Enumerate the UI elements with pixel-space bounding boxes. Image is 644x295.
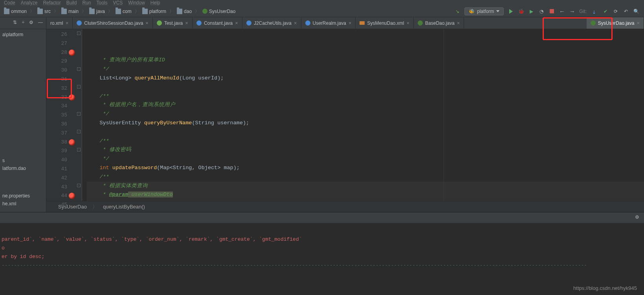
chevron-down-icon — [496, 10, 499, 12]
breadcrumb-seg[interactable]: java — [88, 9, 106, 14]
git-label: Git: — [579, 9, 587, 14]
xml-icon — [360, 21, 365, 25]
class-icon — [77, 20, 82, 26]
fold-column[interactable]: - - - - - - - — [76, 29, 82, 201]
file-tab-active[interactable]: SysUserDao.java× — [587, 17, 644, 29]
breadcrumb-seg[interactable]: platform — [141, 9, 168, 14]
interface-icon — [418, 20, 423, 26]
breadcrumb-seg[interactable]: main — [60, 9, 80, 14]
project-toolwindow[interactable]: ⇅ ÷ ⚙ — a\platform s latform.dao ne.prop… — [0, 17, 46, 212]
menu-vcs[interactable]: VCS — [113, 0, 123, 6]
console-line: er by id desc; — [2, 253, 642, 261]
class-icon — [305, 20, 310, 26]
stop-button[interactable] — [549, 8, 555, 15]
tree-node[interactable]: s — [0, 157, 46, 164]
folder-icon — [142, 9, 148, 14]
console-line: parent_id`, `name`, `value`, `status`, `… — [2, 235, 642, 244]
close-icon[interactable]: × — [145, 20, 149, 26]
console-sep: ----------------------------------------… — [2, 261, 642, 270]
menu-help[interactable]: Help — [150, 0, 160, 6]
bee-icon: 🐝 — [469, 9, 475, 14]
menu-build[interactable]: Build — [66, 0, 77, 6]
git-update-button[interactable]: ↙ — [591, 7, 600, 16]
nav-fwd-button[interactable]: → — [569, 8, 575, 15]
bottom-panel-header[interactable]: ⚙ — [0, 212, 644, 223]
flatten-icon[interactable]: ⇅ — [13, 20, 17, 26]
interface-icon — [202, 9, 207, 14]
menu-code[interactable]: Code — [4, 0, 15, 6]
file-tab[interactable]: CluterShiroSessionDao.java× — [73, 17, 153, 29]
breadcrumb-seg[interactable]: ommon — [2, 9, 28, 14]
navigation-bar: ommon〉 src〉 main〉 java〉 com〉 platform〉 d… — [0, 6, 644, 17]
close-icon[interactable]: × — [637, 20, 640, 26]
menu-run[interactable]: Run — [82, 0, 91, 6]
run-button[interactable] — [508, 8, 514, 15]
folder-icon — [89, 9, 95, 14]
folder-icon — [37, 9, 43, 14]
class-icon — [157, 20, 162, 26]
file-tab[interactable]: UserRealm.java× — [301, 17, 356, 29]
structure-breadcrumb: SysUserDao 〉 queryListByBean() — [46, 201, 644, 212]
menu-window[interactable]: Window — [128, 0, 145, 6]
close-icon[interactable]: × — [294, 20, 297, 26]
folder-icon — [116, 9, 121, 14]
editor-tabs: ro.xml× CluterShiroSessionDao.java× Test… — [46, 17, 644, 29]
main-area: ⇅ ÷ ⚙ — a\platform s latform.dao ne.prop… — [0, 17, 644, 212]
watermark: https://blog.csdn.net/hyk945 — [573, 285, 637, 291]
tree-node[interactable]: a\platform — [0, 31, 46, 39]
bc-method[interactable]: queryListByBean() — [103, 204, 145, 210]
gutter[interactable]: 2627282930313233343536373839404142434445 — [46, 29, 76, 201]
menu-analyze[interactable]: Analyze — [21, 0, 38, 6]
nav-back-button[interactable]: ← — [559, 8, 565, 15]
debug-button[interactable]: 🐞 — [518, 8, 524, 15]
folder-icon — [61, 9, 67, 14]
tree-node[interactable]: he.xml — [0, 200, 46, 208]
close-icon[interactable]: × — [407, 20, 410, 26]
interface-icon — [591, 20, 596, 26]
tree-node[interactable]: ne.properties — [0, 192, 46, 200]
profile-button[interactable]: ◔ — [538, 8, 545, 15]
class-icon — [196, 20, 202, 26]
folder-icon — [177, 9, 182, 14]
breadcrumb-seg[interactable]: src — [36, 9, 52, 14]
hammer-icon[interactable]: ↘ — [454, 8, 461, 15]
menu-tools[interactable]: Tools — [96, 0, 107, 6]
close-icon[interactable]: × — [235, 20, 238, 26]
bottom-panel: ⚙ parent_id`, `name`, `value`, `status`,… — [0, 212, 644, 283]
close-icon[interactable]: × — [66, 20, 69, 26]
toolbar-right: ↘ 🐝 platform 🐞 ▶ ◔ ← → Git: ↙ ✔ ⟳ ↶ 🔍 — [454, 7, 639, 15]
close-icon[interactable]: × — [185, 20, 188, 26]
file-tab[interactable]: SysMenuDao.xml× — [356, 17, 414, 29]
close-icon[interactable]: × — [349, 20, 352, 26]
breadcrumb-seg[interactable]: dao — [175, 9, 193, 14]
gear-icon[interactable]: ⚙ — [630, 212, 644, 223]
code-area[interactable]: * 查询用户的所有菜单ID */ List<Long> queryAllMenu… — [82, 29, 644, 201]
search-everywhere-button[interactable]: 🔍 — [633, 8, 639, 15]
file-tab[interactable]: Constant.java× — [193, 17, 242, 29]
file-tab[interactable]: J2CacheUtils.java× — [242, 17, 301, 29]
gear-icon[interactable]: ⚙ — [29, 20, 33, 26]
run-config-selector[interactable]: 🐝 platform — [464, 7, 504, 15]
file-tab[interactable]: ro.xml× — [46, 17, 73, 29]
console-output[interactable]: parent_id`, `name`, `value`, `status`, `… — [0, 223, 644, 273]
filter-icon[interactable]: ÷ — [22, 20, 24, 26]
editor: ro.xml× CluterShiroSessionDao.java× Test… — [46, 17, 644, 212]
collapse-icon[interactable]: — — [38, 20, 43, 26]
console-line: o — [2, 244, 642, 253]
file-tab[interactable]: Test.java× — [153, 17, 193, 29]
file-tab[interactable]: BaseDao.java× — [414, 17, 464, 29]
coverage-button[interactable]: ▶ — [528, 8, 534, 15]
menu-refactor[interactable]: Refactor — [43, 0, 61, 6]
git-revert-button[interactable]: ↶ — [623, 8, 629, 15]
editor-body: 2627282930313233343536373839404142434445… — [46, 29, 644, 201]
breadcrumb-seg[interactable]: com — [114, 9, 133, 14]
main-menu-bar: Code Analyze Refactor Build Run Tools VC… — [0, 0, 644, 6]
close-icon[interactable]: × — [457, 20, 460, 26]
tree-node[interactable]: latform.dao — [0, 164, 46, 172]
class-icon — [246, 20, 251, 26]
breadcrumb-seg[interactable]: SysUserDao — [201, 9, 237, 14]
git-history-button[interactable]: ⟳ — [613, 8, 619, 15]
project-tree[interactable]: a\platform s latform.dao ne.properties h… — [0, 29, 46, 209]
folder-icon — [4, 9, 9, 14]
git-commit-button[interactable]: ✔ — [602, 8, 609, 15]
